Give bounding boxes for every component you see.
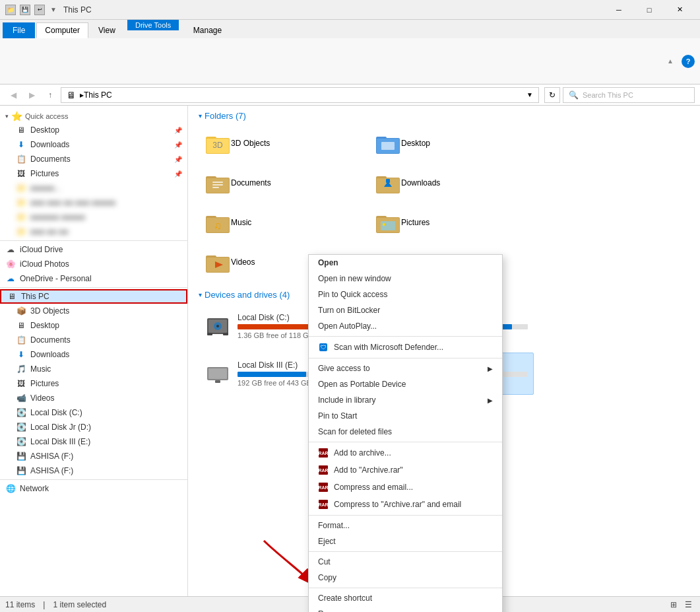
sidebar-item-onedrive[interactable]: ☁ OneDrive - Personal [0, 271, 187, 286]
svg-rect-26 [381, 221, 395, 230]
folder-downloads[interactable]: Downloads [369, 166, 534, 200]
cm-eject[interactable]: Eject [309, 533, 502, 549]
folder-pictures[interactable]: Pictures [369, 205, 534, 240]
network-icon: 🌐 [5, 483, 16, 494]
sidebar-item-documents-qa[interactable]: 📋 Documents 📌 [0, 152, 187, 166]
sidebar-item-network[interactable]: 🌐 Network [0, 481, 187, 496]
cm-pin-quick[interactable]: Pin to Quick access [309, 287, 502, 302]
cm-compress-rar-email[interactable]: RAR Compress to "Archive.rar" and email [309, 496, 502, 513]
cm-scan-deleted[interactable]: Scan for deleted files [309, 424, 502, 440]
sidebar-item-documents[interactable]: 📋 Documents [0, 333, 187, 347]
cm-include-library[interactable]: Include in library ▶ [309, 392, 502, 408]
tab-manage[interactable]: Manage [185, 22, 230, 38]
cm-copy[interactable]: Copy [309, 570, 502, 586]
cm-format[interactable]: Format... [309, 518, 502, 533]
sidebar-item-videos[interactable]: 📹 Videos [0, 391, 187, 405]
cm-cut[interactable]: Cut [309, 554, 502, 570]
sidebar-divider-1 [0, 240, 187, 241]
sidebar-item-3d-objects[interactable]: 📦 3D Objects [0, 304, 187, 318]
window-title: This PC [63, 5, 92, 15]
close-button[interactable]: ✕ [664, 0, 695, 20]
svg-text:3D: 3D [212, 141, 223, 150]
sidebar-label-recent-2: ●●● ●●● ●● ●●● ●●●●● [30, 198, 115, 207]
maximize-button[interactable]: □ [634, 0, 664, 20]
give-access-arrow: ▶ [488, 365, 493, 372]
folders-section-header[interactable]: ▾ Folders (7) [199, 111, 689, 121]
sidebar-item-this-pc[interactable]: 🖥 This PC [0, 289, 187, 304]
forward-button[interactable]: ▶ [24, 87, 40, 103]
sidebar-item-pictures-qa[interactable]: 🖼 Pictures 📌 [0, 166, 187, 181]
sidebar-recent-3: 📁 ●●●●●● ●●●●● [0, 210, 187, 224]
up-button[interactable]: ↑ [42, 87, 58, 103]
cm-portable[interactable]: Open as Portable Device [309, 376, 502, 392]
undo-icon-btn[interactable]: ↩ [34, 5, 45, 15]
local-d-icon: 💽 [16, 422, 26, 432]
address-dropdown[interactable]: ▼ [526, 91, 533, 98]
sidebar-item-local-c[interactable]: 💽 Local Disk (C:) [0, 405, 187, 420]
sidebar-item-desktop-qa[interactable]: 🖥 Desktop 📌 [0, 123, 187, 137]
sidebar-item-ashisa-f1[interactable]: 💾 ASHISA (F:) [0, 449, 187, 463]
folder-documents-icon [205, 170, 231, 196]
cm-compress-email[interactable]: RAR Compress and email... [309, 479, 502, 496]
sidebar-label-documents: Documents [30, 335, 71, 345]
cm-add-archive-rar[interactable]: RAR Add to "Archive.rar" [309, 461, 502, 479]
refresh-button[interactable]: ↻ [544, 87, 560, 103]
address-path-text: This PC [84, 90, 112, 100]
cm-bitlocker[interactable]: Turn on BitLocker [309, 302, 502, 318]
address-box[interactable]: 🖥 ▸ This PC ▼ [61, 87, 539, 103]
sidebar-label-recent-3: ●●●●●● ●●●●● [30, 213, 85, 222]
back-button[interactable]: ◀ [5, 87, 21, 103]
ribbon-expand[interactable]: ▲ [667, 57, 674, 65]
cm-add-archive[interactable]: RAR Add to archive... [309, 444, 502, 461]
minimize-button[interactable]: ─ [604, 0, 634, 20]
folder-desktop-icon [375, 130, 401, 156]
quick-access-section[interactable]: ▾ ⭐ Quick access [0, 108, 187, 123]
quick-access-arrow[interactable]: ▼ [50, 6, 57, 13]
sidebar-item-local-e[interactable]: 💽 Local Disk III (E:) [0, 434, 187, 449]
cm-autoplay[interactable]: Open AutoPlay... [309, 318, 502, 334]
cm-rename[interactable]: Rename [309, 606, 502, 612]
sidebar-item-icloud-drive[interactable]: ☁ iCloud Drive [0, 242, 187, 257]
sidebar-label-music: Music [30, 364, 51, 374]
help-button[interactable]: ? [682, 55, 695, 68]
search-box[interactable]: 🔍 Search This PC [563, 87, 695, 103]
cm-give-access[interactable]: Give access to ▶ [309, 360, 502, 376]
tab-view[interactable]: View [90, 22, 124, 38]
cm-create-shortcut[interactable]: Create shortcut [309, 590, 502, 606]
sidebar-item-downloads[interactable]: ⬇ Downloads [0, 347, 187, 362]
sidebar-label-recent-4: ●●● ●● ●● [30, 227, 68, 236]
window-controls: ─ □ ✕ [604, 0, 695, 20]
folder-documents[interactable]: Documents [199, 166, 364, 200]
ribbon-top: Drive Tools File Computer View Manage [0, 20, 700, 38]
sidebar-item-local-d[interactable]: 💽 Local Disk Jr (D:) [0, 420, 187, 434]
onedrive-icon: ☁ [5, 273, 16, 284]
sidebar-item-music[interactable]: 🎵 Music [0, 362, 187, 376]
folder-videos-icon [205, 249, 231, 275]
ribbon-tabs: File Computer View Manage [0, 22, 232, 38]
tab-file[interactable]: File [3, 22, 35, 38]
view-icons: ⊞ ☰ [667, 598, 695, 611]
save-icon-btn[interactable]: 💾 [20, 5, 30, 15]
grid-view-button[interactable]: ⊞ [667, 598, 680, 611]
svg-rect-7 [381, 142, 395, 150]
folders-header-label: Folders (7) [205, 111, 246, 121]
folder-desktop[interactable]: Desktop [369, 126, 534, 160]
sidebar-item-pictures[interactable]: 🖼 Pictures [0, 376, 187, 391]
cm-open[interactable]: Open [309, 255, 502, 271]
sidebar-label-videos: Videos [30, 393, 54, 403]
cm-scan-defender[interactable]: 🛡 Scan with Microsoft Defender... [309, 339, 502, 356]
tab-computer[interactable]: Computer [36, 22, 88, 38]
sidebar-item-downloads-qa[interactable]: ⬇ Downloads 📌 [0, 137, 187, 152]
folder-3d-objects[interactable]: 3D 3D Objects [199, 126, 364, 160]
svg-point-37 [216, 325, 219, 327]
sidebar-item-desktop[interactable]: 🖥 Desktop [0, 318, 187, 333]
cm-pin-start[interactable]: Pin to Start [309, 408, 502, 424]
folder-music[interactable]: ♫ Music [199, 205, 364, 240]
cm-open-new-window[interactable]: Open in new window [309, 271, 502, 287]
sidebar-item-ashisa-f2[interactable]: 💾 ASHISA (F:) [0, 463, 187, 478]
sidebar-item-icloud-photos[interactable]: 🌸 iCloud Photos [0, 257, 187, 271]
title-bar: 📁 💾 ↩ ▼ This PC ─ □ ✕ [0, 0, 700, 20]
list-view-button[interactable]: ☰ [682, 598, 695, 611]
cm-divider-4 [309, 515, 502, 516]
folder-videos-name: Videos [231, 257, 255, 267]
